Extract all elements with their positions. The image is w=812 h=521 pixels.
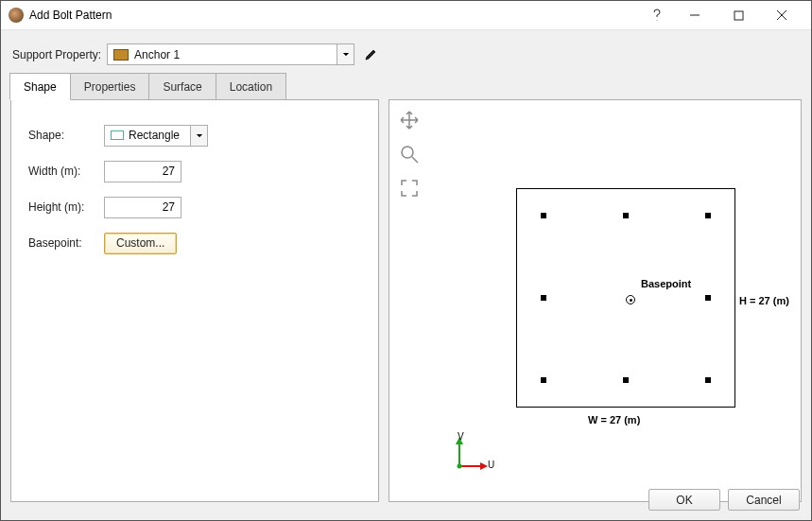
dim-h-label: H = 27 (m) — [739, 295, 789, 306]
chevron-down-icon[interactable] — [337, 44, 354, 64]
cancel-button[interactable]: Cancel — [728, 489, 800, 511]
support-property-label: Support Property: — [12, 48, 101, 61]
minimize-button[interactable] — [673, 1, 717, 29]
bolt-point — [623, 213, 629, 218]
height-label: Height (m): — [28, 200, 104, 214]
close-button[interactable] — [760, 1, 803, 29]
titlebar: Add Bolt Pattern — [1, 1, 811, 29]
preview-tools — [397, 108, 422, 200]
tab-label: Properties — [84, 80, 136, 94]
left-panel-wrapper: Shape Properties Surface Location Shape:… — [10, 99, 379, 502]
dim-w-label: W = 27 (m) — [588, 414, 640, 425]
support-property-combo[interactable]: Anchor 1 — [107, 43, 354, 65]
basepoint-label: Basepoint: — [28, 236, 104, 250]
svg-rect-1 — [734, 11, 743, 20]
shape-combo[interactable]: Rectangle — [104, 125, 208, 147]
height-input[interactable] — [104, 197, 181, 218]
basepoint-label-preview: Basepoint — [641, 278, 691, 289]
axis-u-label: U — [488, 460, 494, 470]
basepoint-marker — [626, 295, 635, 304]
tab-label: Shape — [24, 80, 57, 94]
bolt-point — [541, 377, 546, 383]
maximize-button[interactable] — [717, 1, 760, 29]
shape-value: Rectangle — [129, 129, 190, 142]
preview-area[interactable]: Basepoint H = 27 (m) W = 27 (m) V U — [427, 108, 793, 494]
svg-marker-9 — [480, 462, 488, 470]
fit-icon[interactable] — [397, 176, 422, 200]
tabs: Shape Properties Surface Location — [9, 73, 285, 99]
ok-button[interactable]: OK — [648, 489, 720, 511]
dialog-body: Support Property: Anchor 1 Shape Propert… — [1, 29, 811, 520]
rectangle-icon — [111, 130, 124, 140]
bolt-point — [705, 213, 711, 218]
shape-label: Shape: — [28, 129, 104, 142]
help-button[interactable] — [641, 1, 673, 29]
tab-properties[interactable]: Properties — [70, 73, 150, 99]
support-swatch — [113, 49, 129, 61]
bolt-point — [541, 213, 546, 218]
support-property-value: Anchor 1 — [134, 48, 337, 61]
svg-point-4 — [402, 147, 413, 158]
bolt-point — [623, 377, 629, 383]
tab-label: Surface — [163, 80, 201, 94]
axis-v-label: V — [458, 431, 464, 442]
basepoint-custom-button[interactable]: Custom... — [104, 233, 177, 254]
edit-icon[interactable] — [360, 48, 381, 61]
shape-form: Shape: Rectangle Width (m): Height (m): — [11, 100, 378, 289]
bolt-point — [705, 295, 711, 301]
pan-icon[interactable] — [397, 108, 422, 132]
tab-surface[interactable]: Surface — [148, 73, 216, 99]
support-property-row: Support Property: Anchor 1 — [12, 43, 802, 65]
tab-location[interactable]: Location — [216, 73, 286, 99]
svg-line-5 — [412, 157, 418, 163]
left-panel: Shape: Rectangle Width (m): Height (m): — [10, 99, 379, 502]
bolt-point — [705, 377, 711, 383]
preview-panel: Basepoint H = 27 (m) W = 27 (m) V U — [389, 99, 802, 502]
tab-shape[interactable]: Shape — [9, 73, 71, 100]
width-input[interactable] — [104, 161, 181, 182]
uv-axes: V U — [444, 433, 501, 480]
dialog-buttons: OK Cancel — [648, 489, 800, 511]
app-icon — [9, 8, 24, 23]
width-label: Width (m): — [28, 165, 104, 178]
tab-label: Location — [230, 80, 272, 94]
chevron-down-icon[interactable] — [190, 126, 207, 146]
svg-point-10 — [458, 464, 462, 469]
zoom-icon[interactable] — [397, 142, 422, 166]
bolt-point — [541, 295, 546, 301]
window-title: Add Bolt Pattern — [29, 9, 112, 22]
